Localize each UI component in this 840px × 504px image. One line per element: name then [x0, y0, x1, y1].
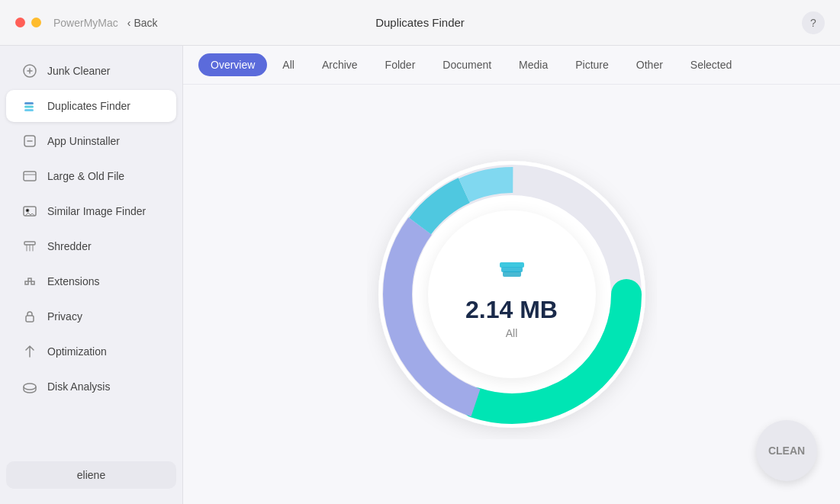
sidebar-label-shredder: Shredder: [47, 240, 92, 252]
tab-overview[interactable]: Overview: [198, 53, 267, 76]
shredder-icon: [21, 238, 38, 255]
donut-chart: 2.14 MB All: [367, 149, 657, 439]
tab-other[interactable]: Other: [624, 53, 675, 76]
user-button[interactable]: eliene: [6, 461, 176, 489]
layers-icon: [494, 250, 530, 290]
svg-point-11: [24, 384, 36, 390]
tabbar: Overview All Archive Folder Document Med…: [183, 46, 840, 85]
svg-rect-20: [503, 271, 521, 277]
optimization-icon: [21, 343, 38, 360]
traffic-lights: [15, 18, 41, 27]
sidebar: Junk Cleaner Duplicates Finder App Unins…: [0, 46, 183, 504]
sidebar-item-privacy[interactable]: Privacy: [6, 300, 176, 332]
sidebar-item-large-old-file[interactable]: Large & Old File: [6, 160, 176, 192]
extensions-icon: [21, 273, 38, 290]
svg-rect-2: [24, 106, 34, 108]
sidebar-item-extensions[interactable]: Extensions: [6, 265, 176, 297]
donut-size: 2.14 MB: [465, 296, 558, 324]
donut-category: All: [506, 327, 518, 339]
app-name: PowerMyMac: [53, 17, 118, 29]
back-button[interactable]: ‹ Back: [127, 17, 158, 29]
svg-rect-5: [24, 172, 36, 181]
svg-rect-9: [24, 242, 35, 245]
app-uninstaller-icon: [21, 133, 38, 149]
sidebar-item-junk-cleaner[interactable]: Junk Cleaner: [6, 55, 176, 87]
svg-point-8: [26, 209, 29, 212]
sidebar-label-large-old-file: Large & Old File: [47, 170, 124, 182]
sidebar-label-duplicates-finder: Duplicates Finder: [47, 100, 130, 112]
tab-document[interactable]: Document: [430, 53, 504, 76]
duplicates-finder-icon: [21, 98, 38, 114]
large-old-file-icon: [21, 168, 38, 185]
close-button[interactable]: [15, 18, 25, 27]
sidebar-bottom: eliene: [0, 454, 182, 496]
minimize-button[interactable]: [31, 18, 41, 27]
sidebar-item-similar-image-finder[interactable]: Similar Image Finder: [6, 195, 176, 227]
content-area: Overview All Archive Folder Document Med…: [183, 46, 840, 504]
sidebar-item-optimization[interactable]: Optimization: [6, 335, 176, 368]
back-chevron-icon: ‹: [127, 17, 131, 29]
main-layout: Junk Cleaner Duplicates Finder App Unins…: [0, 46, 840, 504]
tab-picture[interactable]: Picture: [563, 53, 621, 76]
sidebar-item-disk-analysis[interactable]: Disk Analysis: [6, 371, 176, 403]
sidebar-label-privacy: Privacy: [47, 310, 82, 323]
sidebar-item-duplicates-finder[interactable]: Duplicates Finder: [6, 90, 176, 122]
tab-archive[interactable]: Archive: [310, 53, 370, 76]
tab-media[interactable]: Media: [507, 53, 560, 76]
donut-center: 2.14 MB All: [428, 210, 596, 378]
sidebar-label-disk-analysis: Disk Analysis: [47, 380, 110, 393]
sidebar-label-extensions: Extensions: [47, 275, 99, 287]
sidebar-item-app-uninstaller[interactable]: App Uninstaller: [6, 125, 176, 157]
titlebar: PowerMyMac ‹ Back Duplicates Finder ?: [0, 0, 840, 46]
sidebar-label-app-uninstaller: App Uninstaller: [47, 135, 120, 147]
back-label: Back: [134, 17, 157, 29]
privacy-icon: [21, 308, 38, 325]
help-button[interactable]: ?: [802, 11, 825, 34]
svg-rect-19: [501, 267, 523, 272]
sidebar-label-similar-image-finder: Similar Image Finder: [47, 205, 146, 217]
sidebar-label-optimization: Optimization: [47, 345, 107, 358]
page-title: Duplicates Finder: [375, 16, 465, 29]
sidebar-label-junk-cleaner: Junk Cleaner: [47, 65, 111, 77]
svg-rect-1: [24, 102, 34, 104]
svg-rect-3: [24, 109, 34, 111]
junk-cleaner-icon: [21, 63, 38, 79]
clean-button[interactable]: CLEAN: [756, 420, 817, 481]
sidebar-item-shredder[interactable]: Shredder: [6, 230, 176, 262]
similar-image-finder-icon: [21, 203, 38, 220]
disk-analysis-icon: [21, 378, 38, 395]
svg-rect-10: [26, 316, 34, 322]
svg-rect-18: [500, 262, 524, 268]
tab-selected[interactable]: Selected: [678, 53, 744, 76]
tab-folder[interactable]: Folder: [373, 53, 428, 76]
overview-area: 2.14 MB All CLEAN: [183, 85, 840, 504]
tab-all[interactable]: All: [270, 53, 307, 76]
